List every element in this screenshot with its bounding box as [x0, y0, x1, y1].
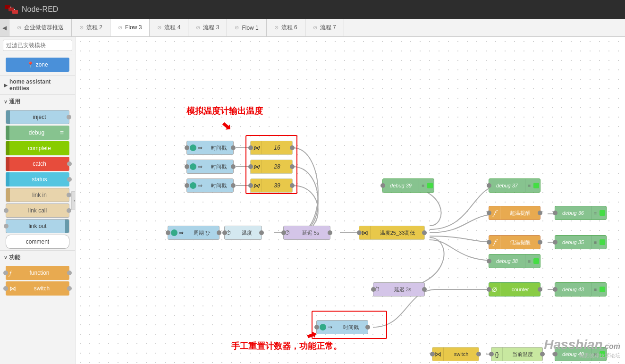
app-title: Node-RED — [22, 5, 58, 14]
inject3-port-right — [231, 183, 236, 188]
diwen-port-right — [538, 240, 542, 245]
sidebar-node-inject[interactable]: inject — [6, 110, 69, 124]
debug35-menu[interactable]: ≡ — [591, 236, 600, 249]
period-port-left — [166, 230, 170, 235]
debug-left-bar — [6, 126, 9, 140]
flow-node-fn1[interactable]: ⋈ 16 — [250, 141, 293, 155]
flow-node-wendu[interactable]: ⏱ 温度 — [224, 226, 262, 240]
flow-node-debug40[interactable]: debug 40 ≡ — [555, 347, 607, 361]
fn3-port-right — [290, 183, 295, 188]
inject1-arrow: ⇒ — [196, 144, 204, 151]
delay5s-port-left — [281, 230, 286, 235]
node-red-logo-icon — [5, 4, 18, 15]
flow-node-debug35[interactable]: debug 35 ≡ — [555, 235, 607, 249]
flow-node-switch[interactable]: ⋈ switch — [432, 347, 479, 361]
period-port-right — [217, 230, 221, 235]
sidebar-node-switch[interactable]: ⋈ switch — [6, 281, 69, 296]
sidebar-node-comment[interactable]: comment — [6, 235, 69, 249]
tabbar: ◀ ⊘ 企业微信群推送 ⊘ 流程 2 ⊘ Flow 3 ⊘ 流程 4 ⊘ 流程 … — [0, 19, 625, 37]
sidebar-common-nodes: inject debug ≡ complete catch status — [0, 110, 75, 249]
flow-node-fn2[interactable]: ⋈ 28 — [250, 160, 293, 174]
tab-liucheng7[interactable]: ⊘ 流程 7 — [305, 19, 344, 36]
dangqian-port-left — [489, 352, 494, 356]
inject-reset-port-left — [314, 325, 319, 330]
tab-qiye[interactable]: ⊘ 企业微信群推送 — [9, 19, 72, 36]
sidebar-category-ha[interactable]: ▶ home assistant entities — [0, 75, 75, 94]
function-icon: 𝑓 — [9, 269, 11, 277]
debug-menu-icon: ≡ — [60, 129, 64, 136]
flow-node-dangqianwendu[interactable]: {} 当前温度 — [491, 347, 543, 361]
sidebar-node-complete[interactable]: complete — [6, 141, 69, 155]
tab-scroll-left[interactable]: ◀ — [0, 19, 9, 36]
sidebar-collapse-button[interactable]: ◀ — [71, 191, 76, 210]
flow-node-debug37[interactable]: debug 37 ≡ — [489, 178, 541, 193]
inject-left-bar — [6, 110, 10, 124]
inject3-port-left — [185, 183, 189, 188]
sidebar-node-catch[interactable]: catch — [6, 157, 69, 171]
sidebar-zone-area: 📍 zone — [0, 54, 75, 75]
sidebar-node-debug[interactable]: debug ≡ — [6, 126, 69, 140]
flow-node-inject3[interactable]: ⇒ 时间戳 — [186, 178, 234, 193]
flow-node-inject-reset[interactable]: ⇒ 时间戳 — [316, 320, 368, 334]
catch-port-right — [67, 161, 72, 166]
dangqian-port-right — [540, 352, 545, 356]
tab-liucheng4[interactable]: ⊘ 流程 4 — [150, 19, 188, 36]
flow-node-fn3[interactable]: ⋈ 39 — [250, 178, 293, 193]
sidebar-node-linkin[interactable]: link in — [6, 188, 69, 202]
tab-liucheng3[interactable]: ⊘ 流程 3 — [188, 19, 227, 36]
flow-node-delay3s[interactable]: ⏱ 延迟 3s — [373, 282, 425, 296]
flow-node-inject2[interactable]: ⇒ 时间戳 — [186, 160, 234, 174]
tab-flow1[interactable]: ⊘ Flow 1 — [227, 19, 266, 36]
flow-node-period[interactable]: ⇒ 周期 ひ — [168, 226, 220, 240]
status-port-right — [67, 177, 72, 182]
linkcall-port-left — [4, 208, 8, 213]
flow-node-inject1[interactable]: ⇒ 时间戳 — [186, 141, 234, 155]
flow-node-delay5s[interactable]: ⏱ 延迟 5s — [283, 226, 330, 240]
fn1-port-right — [290, 145, 295, 150]
flow-node-debug36[interactable]: debug 36 ≡ — [555, 206, 607, 220]
debug43-menu[interactable]: ≡ — [591, 283, 600, 296]
main-layout: ◀ 📍 zone ▶ home assistant entities ∨ 通用 … — [0, 37, 625, 364]
flow-node-temp2533[interactable]: ⋈ 温度25_33高低 — [359, 226, 425, 240]
sidebar-node-linkout[interactable]: link out — [6, 219, 69, 233]
switch-port-left — [430, 352, 435, 356]
topbar: Node-RED — [0, 0, 625, 19]
flow-node-debug38[interactable]: debug 38 ≡ — [489, 254, 541, 268]
debug37-menu[interactable]: ≡ — [525, 179, 533, 192]
flow-node-diwentixing[interactable]: 𝑓 低温提醒 — [489, 235, 541, 249]
sidebar-category-common[interactable]: ∨ 通用 — [0, 94, 75, 109]
inject1-port-right — [231, 145, 236, 150]
flow-node-chaowentixing[interactable]: 𝑓 超温提醒 — [489, 206, 541, 220]
tab-flow3[interactable]: ⊘ Flow 3 — [110, 19, 150, 37]
sidebar-node-status[interactable]: status — [6, 172, 69, 186]
inject2-port-left — [185, 164, 189, 169]
debug39-menu[interactable]: ≡ — [419, 179, 427, 192]
fn2-port-left — [248, 164, 253, 169]
tab-liucheng2[interactable]: ⊘ 流程 2 — [72, 19, 110, 36]
flow-node-debug39[interactable]: debug 39 ≡ — [382, 178, 434, 193]
debug36-menu[interactable]: ≡ — [591, 206, 600, 220]
debug38-port-left — [487, 259, 491, 263]
sidebar-category-func[interactable]: ∨ 功能 — [0, 250, 75, 264]
delay3s-port-right — [422, 287, 427, 292]
flow-node-debug43[interactable]: debug 43 ≡ — [555, 282, 607, 296]
search-input[interactable] — [3, 40, 72, 51]
sidebar-node-linkcall[interactable]: link call — [6, 203, 69, 218]
flow-node-counter[interactable]: Ø counter — [489, 282, 541, 296]
tab-liucheng6[interactable]: ⊘ 流程 6 — [267, 19, 305, 36]
svg-rect-2 — [12, 10, 18, 14]
counter-port-left — [487, 287, 491, 292]
debug37-port-left — [487, 183, 491, 188]
sidebar-node-function[interactable]: 𝑓 function — [6, 266, 69, 280]
debug39-port-left — [380, 183, 385, 188]
debug40-menu[interactable]: ≡ — [591, 347, 600, 361]
annotation-temp-output: 模拟温度计输出温度 — [186, 105, 263, 117]
debug38-menu[interactable]: ≡ — [525, 254, 533, 268]
inject1-dot — [190, 144, 196, 151]
chao-port-right — [538, 211, 542, 215]
sidebar-node-zone[interactable]: 📍 zone — [6, 58, 69, 72]
inject-reset-port-right — [365, 325, 370, 330]
canvas[interactable]: 模拟温度计输出温度 ➡ 手工重置计数器，功能正常。 ➡ ⇒ 时间戳 ⇒ 时间戳 — [76, 37, 625, 364]
sidebar-search-area — [0, 37, 75, 54]
counter-port-right — [538, 287, 542, 292]
